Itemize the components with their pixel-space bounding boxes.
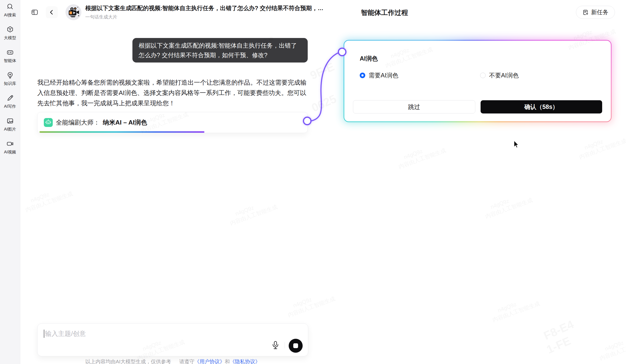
sidebar-item-label: AI搜索 [4,12,16,18]
confirm-button[interactable]: 确认（58s） [481,100,602,113]
new-task-label: 新任务 [591,8,608,16]
new-task-icon [583,9,589,16]
panel-buttons: 跳过 确认（58s） [353,100,602,113]
polish-options: 需要AI润色 不要AI润色 [360,71,596,79]
sidebar-item-label: 大模型 [4,35,16,41]
panel-title: AI润色 [360,55,378,63]
user-message-bubble: 根据以下文案生成匹配的视频:智能体自主执行任务，出错了怎么办? 交付结果不符合预… [132,38,308,63]
sidebar-item-knowledge[interactable]: 知识库 [4,71,16,86]
text-caret [44,330,44,338]
pen-icon [6,94,14,102]
input-placeholder: 输入主题/创意 [45,329,86,338]
privacy-agreement-link[interactable]: 《隐私协议》 [230,359,260,364]
sidebar-item-label: AI视频 [4,149,16,155]
stop-button[interactable] [289,339,303,353]
ai-watermark: n4gQ9z内容由人工智能生成 [482,190,534,220]
mouse-cursor [513,140,520,150]
skip-button[interactable]: 跳过 [353,100,475,113]
id-watermark-fragment: F8-E4 [542,318,576,342]
sidebar-item-ai-image[interactable]: AI图片 [4,117,16,132]
panel-body: AI润色 需要AI润色 不要AI润色 跳过 确认（58s） [344,41,611,121]
sidebar-item-label: AI写作 [4,104,16,109]
image-icon [6,117,14,125]
progress-bar-fill [39,131,204,133]
sidebar-item-label: 知识库 [4,81,16,86]
back-chevron-icon [48,9,55,16]
ai-watermark: n4gQ9z内容由人工智能生成 [489,293,541,323]
ai-watermark: n4gQ9z内容由人工智能生成 [576,130,626,161]
top-header: 根据以下文案生成匹配的视频:智能体自主执行任务，出错了怎么办? 交付结果不符合预… [20,0,626,25]
agent-card-prefix: 全能编剧大师： [56,118,100,127]
task-subtitle: 一句话生成大片 [85,14,328,20]
ai-watermark: n4gQ9z内容由人工智能生成 [22,183,74,213]
prompt-input[interactable]: 输入主题/创意 [37,323,308,356]
notice-prefix: 请遵守 [179,359,194,364]
movie-camera-icon [66,4,81,20]
ai-disclaimer-text: 以上内容均由AI大模型生成，仅供参考 [85,359,171,364]
task-title: 根据以下文案生成匹配的视频:智能体自主执行任务，出错了怎么办? 交付结果不符合预… [85,4,328,12]
stop-icon [293,343,298,348]
knowledge-icon [6,71,14,79]
sidebar-item-label: 智能体 [4,58,16,64]
agent-step-panel: AI润色 需要AI润色 不要AI润色 跳过 确认（58s） [344,40,612,122]
radio-option-label: 不要AI润色 [489,71,519,79]
radio-option-no-polish[interactable]: 不要AI润色 [480,71,519,79]
ai-watermark: n4gQ9z内容由人工智能生成 [395,140,447,170]
radio-selected-icon[interactable] [360,73,365,78]
divider [285,342,285,348]
user-agreement-link[interactable]: 《用户协议》 [194,359,225,364]
footer-disclaimer: 以上内容均由AI大模型生成，仅供参考请遵守《用户协议》和《隐私协议》 [37,358,308,364]
agent-task-card[interactable]: 全能编剧大师： 纳米AI – AI润色 [37,112,308,133]
assistant-message: 我已经开始精心筹备您所需的视频文案啦，希望能打造出一个让您满意的作品。不过这需要… [37,77,309,108]
model-icon [6,26,14,33]
new-task-button[interactable]: 新任务 [576,6,615,19]
search-icon [6,3,14,11]
radio-option-need-polish[interactable]: 需要AI润色 [360,71,398,79]
task-avatar [66,4,81,20]
page-title: 智能体工作过程 [361,8,408,17]
video-icon [6,140,14,148]
id-watermark-fragment: 1-FE [544,334,573,356]
sidebar-toggle-icon[interactable] [31,8,39,16]
sidebar-item-label: AI图片 [4,127,16,132]
radio-unselected-icon[interactable] [480,73,486,78]
sidebar: AI搜索 大模型 智能体 知识库 AI写作 AI图片 AI视频 [0,0,20,364]
panel-gradient-border: AI润色 需要AI润色 不要AI润色 跳过 确认（58s） [344,40,612,122]
sidebar-item-ai-writing[interactable]: AI写作 [4,94,16,109]
task-title-block: 根据以下文案生成匹配的视频:智能体自主执行任务，出错了怎么办? 交付结果不符合预… [85,4,328,20]
robot-icon [44,118,53,127]
sidebar-item-ai-search[interactable]: AI搜索 [4,3,16,18]
id-watermark-fragment: 0625 [309,92,338,115]
radio-option-label: 需要AI润色 [369,71,398,79]
ai-watermark: n4gQ9z内容由人工智能生成 [284,288,336,319]
microphone-button[interactable] [271,341,279,350]
sidebar-item-ai-video[interactable]: AI视频 [4,140,16,155]
and-text: 和 [225,359,230,364]
ai-watermark: n4gQ9z内容由人工智能生成 [227,196,278,227]
back-button[interactable] [46,6,58,18]
agent-card-name: 纳米AI – AI润色 [103,118,147,127]
ai-watermark: n4gQ9z内容由人工智能生成 [596,331,626,362]
input-placeholder-row: 输入主题/创意 [44,329,86,338]
microphone-icon [271,341,279,350]
id-watermark-fragment: 9F-E [308,60,336,82]
sidebar-item-big-model[interactable]: 大模型 [4,26,16,41]
sidebar-item-agent[interactable]: 智能体 [4,49,16,64]
progress-bar [39,131,306,133]
agent-icon [6,49,14,56]
